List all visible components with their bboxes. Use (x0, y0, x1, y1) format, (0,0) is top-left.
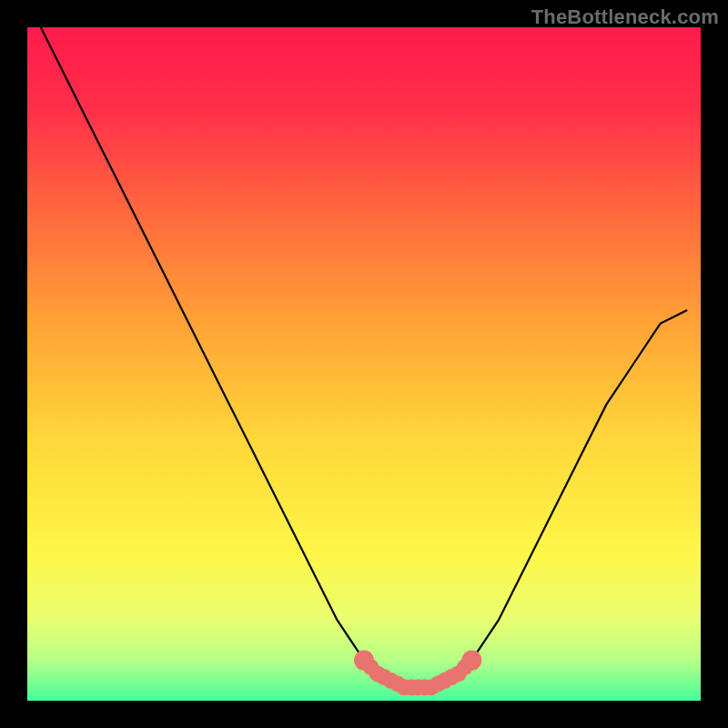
watermark-label: TheBottleneck.com (531, 5, 719, 29)
plot-background (27, 27, 701, 701)
chart-container: TheBottleneck.com (0, 0, 728, 728)
svg-point-16 (461, 651, 481, 671)
bottleneck-chart (0, 0, 728, 728)
